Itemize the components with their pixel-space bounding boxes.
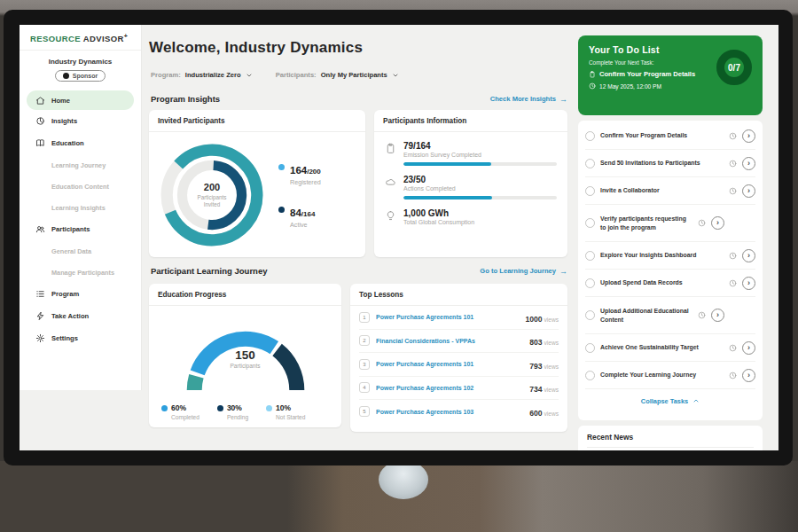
legend-dot	[266, 405, 272, 411]
sidebar-item-manage-participants[interactable]: Manage Participants	[20, 262, 141, 283]
invited-donut-chart: 200 Participants Invited	[158, 141, 266, 249]
dashboard-screen: RESOURCE ADVISOR+ Industry Dynamics Spon…	[20, 25, 778, 450]
card-title: Invited Participants	[149, 110, 365, 132]
arrow-right-icon: →	[559, 95, 567, 104]
lesson-rank: 1	[359, 312, 370, 323]
legend-pending: 30% Pending	[217, 403, 248, 420]
sidebar-item-learning-journey[interactable]: Learning Journey	[20, 154, 141, 176]
check-more-insights-link[interactable]: Check More Insights →	[490, 95, 567, 104]
lesson-row[interactable]: 2 Financial Considerations - VPPAs 803vi…	[359, 330, 559, 354]
desk-photo-background: RESOURCE ADVISOR+ Industry Dynamics Spon…	[0, 0, 798, 532]
todo-task-row[interactable]: Complete Your Learning Journey ›	[585, 362, 755, 389]
sidebar-item-program[interactable]: Program	[20, 283, 141, 305]
task-checkbox[interactable]	[585, 159, 595, 168]
chevron-down-icon	[246, 72, 253, 79]
logo-text-secondary: ADVISOR	[83, 34, 124, 43]
lesson-row[interactable]: 1 Power Purchase Agreements 101 1000view…	[359, 306, 559, 330]
lesson-link[interactable]: Financial Considerations - VPPAs	[376, 338, 523, 344]
stat-total-consumption: 1,000 GWh Total Global Consumption	[374, 200, 567, 225]
lesson-rank: 2	[359, 335, 370, 346]
task-checkbox[interactable]	[585, 343, 595, 353]
task-open-button[interactable]: ›	[711, 216, 724, 230]
participants-select[interactable]: Participants: Only My Participants	[276, 71, 399, 79]
legend-registered: 164/200 Registered	[278, 161, 321, 186]
todo-task-row[interactable]: Achieve One Sustainability Target ›	[585, 334, 755, 362]
task-checkbox[interactable]	[585, 251, 595, 261]
sidebar-item-education-content[interactable]: Education Content	[20, 176, 141, 197]
todo-next-task: Confirm Your Program Details	[599, 70, 695, 78]
chevron-up-icon	[692, 397, 700, 404]
home-icon	[35, 96, 45, 106]
sidebar-item-take-action[interactable]: Take Action	[20, 305, 141, 327]
app-logo: RESOURCE ADVISOR+	[20, 25, 141, 51]
chevron-down-icon	[392, 72, 399, 79]
todo-task-row[interactable]: Upload Additional Educational Content ›	[585, 297, 755, 334]
collapse-tasks-link[interactable]: Collapse Tasks	[585, 389, 755, 412]
lesson-row[interactable]: 3 Power Purchase Agreements 101 793views	[359, 353, 559, 377]
card-title: Participants Information	[374, 110, 567, 132]
go-to-learning-journey-link[interactable]: Go to Learning Journey →	[480, 267, 567, 276]
task-checkbox[interactable]	[585, 218, 595, 228]
sidebar-item-insights[interactable]: Insights	[20, 110, 141, 132]
sidebar-item-general-data[interactable]: General Data	[20, 240, 141, 262]
task-checkbox[interactable]	[585, 186, 595, 196]
task-open-button[interactable]: ›	[742, 184, 755, 198]
todo-task-row[interactable]: Confirm Your Program Details ›	[585, 122, 755, 150]
gauge-center-label: Participants	[170, 363, 321, 369]
filter-bar: Program: Industrialize Zero Participants…	[151, 71, 399, 79]
program-select[interactable]: Program: Industrialize Zero	[151, 71, 253, 79]
legend-active: 84/164 Active	[278, 204, 321, 229]
todo-task-row[interactable]: Invite a Collaborator ›	[585, 177, 755, 205]
clock-icon	[698, 311, 706, 319]
lesson-link[interactable]: Power Purchase Agreements 103	[376, 409, 523, 415]
task-open-button[interactable]: ›	[742, 369, 755, 382]
book-icon	[35, 138, 45, 148]
list-icon	[35, 289, 45, 299]
task-open-button[interactable]: ›	[742, 341, 755, 355]
sidebar-item-settings[interactable]: Settings	[20, 327, 141, 349]
legend-dot	[217, 405, 223, 411]
stat-emission-survey: 79/164 Emission Survey Completed	[374, 132, 567, 158]
logo-text-primary: RESOURCE	[30, 34, 81, 43]
sidebar-item-home[interactable]: Home	[27, 90, 134, 110]
legend-completed: 60% Completed	[161, 403, 200, 420]
clock-icon	[729, 372, 737, 379]
task-checkbox[interactable]	[585, 371, 595, 380]
task-open-button[interactable]: ›	[742, 277, 755, 290]
card-title: Top Lessons	[350, 284, 567, 306]
task-checkbox[interactable]	[585, 131, 595, 141]
lesson-link[interactable]: Power Purchase Agreements 101	[376, 314, 519, 320]
task-open-button[interactable]: ›	[742, 129, 755, 143]
todo-task-row[interactable]: Send 50 Invitations to Participants ›	[585, 150, 755, 177]
lesson-link[interactable]: Power Purchase Agreements 102	[376, 385, 523, 391]
lesson-row[interactable]: 5 Power Purchase Agreements 103 600views	[359, 400, 559, 424]
task-open-button[interactable]: ›	[742, 249, 755, 262]
lesson-link[interactable]: Power Purchase Agreements 101	[376, 361, 523, 367]
legend-not-started: 10% Not Started	[266, 403, 305, 420]
clock-icon	[589, 82, 596, 90]
sponsor-badge[interactable]: Sponsor	[55, 70, 106, 82]
clock-icon	[729, 160, 737, 168]
legend-dot	[278, 164, 285, 170]
clipboard-icon	[385, 143, 396, 154]
org-name: Industry Dynamics	[20, 58, 141, 66]
insights-icon	[35, 116, 45, 126]
task-checkbox[interactable]	[585, 310, 595, 320]
clock-icon	[698, 219, 706, 227]
lesson-rank: 5	[359, 406, 370, 417]
clock-icon	[729, 252, 737, 260]
clock-icon	[729, 344, 737, 352]
top-lessons-card: Top Lessons 1 Power Purchase Agreements …	[350, 284, 567, 432]
action-bolt-icon	[35, 311, 45, 321]
sidebar-item-participants[interactable]: Participants	[20, 218, 141, 240]
todo-task-row[interactable]: Verify participants requesting to join t…	[585, 205, 755, 242]
task-open-button[interactable]: ›	[742, 157, 755, 170]
sidebar-item-education[interactable]: Education	[20, 132, 141, 154]
lesson-row[interactable]: 4 Power Purchase Agreements 102 734views	[359, 377, 559, 401]
section-title-learning-journey: Participant Learning Journey	[151, 266, 267, 276]
sidebar-item-learning-insights[interactable]: Learning Insights	[20, 197, 141, 218]
todo-task-row[interactable]: Upload Spend Data Records ›	[585, 270, 755, 297]
todo-task-row[interactable]: Explore Your Insights Dashboard ›	[585, 242, 755, 270]
task-open-button[interactable]: ›	[711, 309, 724, 322]
task-checkbox[interactable]	[585, 278, 595, 288]
